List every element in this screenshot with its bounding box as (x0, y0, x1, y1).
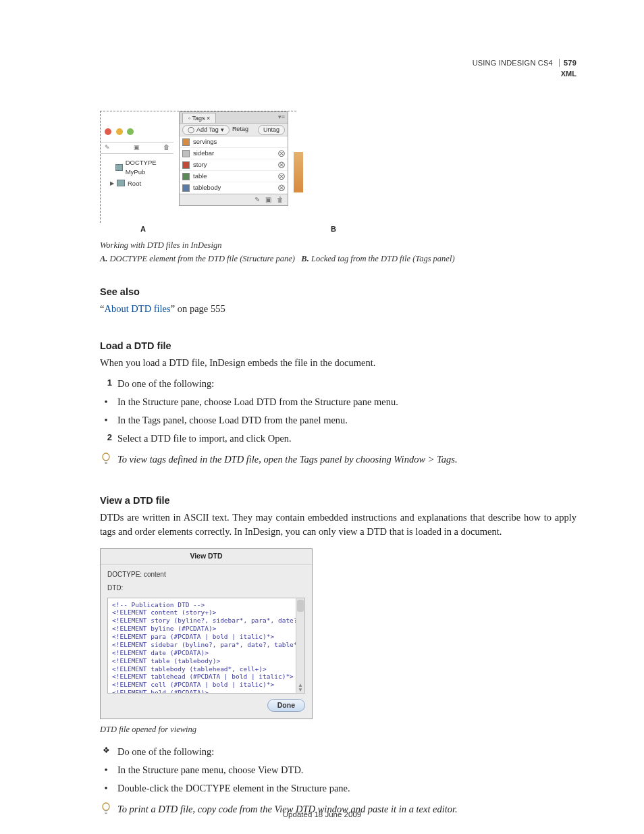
lock-icon: ⨂ (278, 183, 285, 193)
link-about-dtd-files[interactable]: About DTD files (104, 303, 170, 314)
see-also-links: “About DTD files” on page 555 (100, 302, 576, 316)
done-button: Done (267, 699, 305, 712)
swatch-icon (182, 184, 190, 192)
bullet: •In the Structure pane, choose Load DTD … (100, 395, 576, 409)
tool-icon: ▣ (134, 143, 140, 152)
dialog-doctype-label: DOCTYPE: content (107, 570, 305, 580)
zoom-icon (127, 128, 134, 135)
doctype-icon (115, 164, 123, 171)
untag-button: Untag (258, 125, 285, 135)
load-intro: When you load a DTD file, InDesign embed… (100, 356, 576, 370)
tag-row: table⨂ (180, 171, 288, 182)
retag-label: Retag (232, 125, 248, 134)
tag-foot-icon: ✎ (254, 195, 260, 205)
tool-icon: ✎ (105, 143, 110, 152)
doctype-element: DOCTYPE MyPub (126, 158, 171, 177)
tag-row: sidebar⨂ (180, 148, 288, 159)
tag-row: servings (180, 136, 288, 148)
dialog-dtd-label: DTD: (107, 583, 305, 594)
structure-pane: ✎ ▣ 🗑 DOCTYPE MyPub ▶ Root (101, 122, 173, 220)
lightbulb-icon (100, 452, 112, 467)
close-icon (105, 128, 111, 135)
section-name: XML (473, 69, 576, 80)
step-2: 2 Select a DTD file to import, and click… (100, 432, 576, 446)
view-intro: DTDs are written in ASCII text. They may… (100, 511, 576, 539)
running-head: USING INDESIGN CS4 579 XML (473, 58, 576, 80)
bullet: •In the Tags panel, choose Load DTD from… (100, 413, 576, 427)
svg-point-0 (103, 453, 109, 461)
panel-menu-icon: ▾≡ (278, 113, 285, 122)
add-tag-button: ◯ Add Tag ▾ (182, 125, 230, 135)
disclosure-icon: ▶ (110, 180, 114, 188)
tags-panel: ◦ Tags × ▾≡ ◯ Add Tag ▾ Retag Untag serv… (179, 111, 288, 206)
lock-icon: ⨂ (278, 160, 285, 170)
heading-load-dtd: Load a DTD file (100, 339, 576, 353)
callout-b: B (331, 224, 336, 235)
callout-a: A (140, 224, 146, 235)
decorative-strip (294, 152, 303, 192)
tip: To view tags defined in the DTD file, op… (100, 452, 576, 467)
page-footer: Updated 18 June 2009 (0, 809, 644, 820)
minimize-icon (116, 128, 123, 135)
swatch-icon (182, 161, 190, 169)
step-1: 1 Do one of the following: (100, 377, 576, 391)
tool-icon: 🗑 (163, 143, 169, 152)
figure-caption-keys: A. DOCTYPE element from the DTD file (St… (100, 253, 576, 265)
tag-row: story⨂ (180, 159, 288, 171)
swatch-icon (182, 150, 190, 157)
swatch-icon (182, 173, 190, 180)
root-element: Root (128, 179, 141, 188)
bullet: •Double-click the DOCTYPE element in the… (100, 781, 576, 796)
lead-bullet: ❖ Do one of the following: (100, 745, 576, 759)
lock-icon: ⨂ (278, 172, 285, 182)
tags-tab: ◦ Tags × (182, 113, 216, 123)
figure-view-dtd-dialog: View DTD DOCTYPE: content DTD: <!-- Publ… (100, 548, 313, 735)
element-icon (117, 180, 125, 186)
bullet: •In the Structure pane menu, choose View… (100, 763, 576, 777)
dialog-title: View DTD (101, 549, 312, 564)
tag-foot-icon: ▣ (265, 195, 271, 205)
trash-icon: 🗑 (277, 195, 284, 205)
dialog-caption: DTD file opened for viewing (100, 723, 313, 735)
page-number: 579 (559, 59, 576, 67)
lock-icon: ⨂ (278, 149, 285, 159)
tag-row: tablebody⨂ (180, 182, 288, 194)
scrollbar: ▲▼ (296, 598, 304, 693)
book-title: USING INDESIGN CS4 (473, 59, 553, 67)
swatch-icon (182, 138, 190, 146)
figure-structure-tags: ✎ ▣ 🗑 DOCTYPE MyPub ▶ Root (100, 111, 576, 265)
figure-caption: Working with DTD files in InDesign (100, 239, 576, 251)
heading-view-dtd: View a DTD file (100, 494, 576, 508)
dialog-dtd-box: <!-- Publication DTD --> <!ELEMENT conte… (107, 598, 305, 694)
see-also-heading: See also (100, 285, 576, 299)
window-controls (101, 122, 173, 142)
